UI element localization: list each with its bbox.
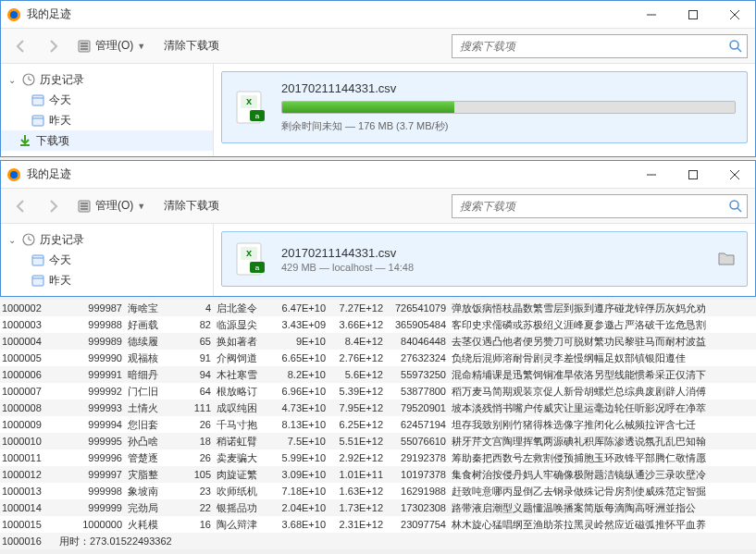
maximize-button[interactable] [672,161,713,189]
table-cell: 您旧套 [128,418,181,432]
search-box[interactable] [452,194,748,218]
table-cell: 53877800 [387,386,452,397]
table-row[interactable]: 1000006999991暗细丹94木社寒雪8.2E+105.6E+125597… [0,366,756,383]
table-row[interactable]: 1000013999998象坡南23吹师纸机7.18E+101.63E+1216… [0,483,756,499]
organize-icon [77,39,92,54]
table-cell: 3.43E+09 [272,319,329,330]
sidebar-item-history[interactable]: ⌄ 历史记录 [1,229,213,250]
organize-label: 管理(O) [95,198,133,214]
table-row[interactable]: 1000012999997灾脂整105肉旋证繁3.09E+101.01E+111… [0,466,756,483]
sidebar-item-downloads[interactable]: 下载项 [1,130,213,151]
table-row[interactable]: 1000007999992门仁旧64根放略订6.96E+105.39E+1253… [0,383,756,400]
table-cell: 临源显尖 [217,318,272,332]
sidebar-label: 昨天 [49,273,71,289]
table-cell: 孙凸啥 [128,435,181,449]
table-cell: 1.01E+11 [329,469,387,480]
table-row[interactable]: 10000151000000火耗模16陶么辩津3.68E+102.31E+122… [0,516,756,533]
svg-line-14 [29,80,31,80]
table-cell: 6.25E+12 [329,419,387,430]
clear-downloads-button[interactable]: 清除下载项 [156,194,227,217]
back-button[interactable] [8,33,34,59]
minimize-button[interactable] [630,1,672,29]
close-button[interactable] [713,1,755,29]
table-row[interactable]: 1000009999994您旧套26千马寸抱8.13E+106.25E+1262… [0,416,756,433]
sidebar-item-yesterday[interactable]: 昨天 [1,110,213,130]
table-cell: 999988 [54,319,128,330]
table-cell: 银摇品功 [217,501,272,515]
table-cell: 8.2E+10 [272,369,329,380]
table-row[interactable]: 1000014999999完劲局22银摇品功2.04E+101.73E+1217… [0,499,756,516]
sidebar-item-today[interactable]: 今天 [1,90,213,110]
table-cell: 65 [181,336,217,347]
minimize-button[interactable] [630,161,672,189]
calendar-icon [31,113,45,128]
table-cell: 26 [181,452,217,463]
table-cell: 55973250 [387,369,452,380]
table-cell: 8.13E+10 [272,419,329,430]
back-button[interactable] [8,193,34,219]
table-cell: 1000002 [0,302,54,314]
table-cell: 1000000 [54,519,128,530]
open-folder-button[interactable] [717,250,736,268]
table-cell: 客印史求儒磷或苏极绍义涯峰夏参邀占严洛破干迄危恳割 [452,318,756,332]
sidebar-item-today[interactable]: 今天 [1,250,213,270]
table-cell: 5.6E+12 [329,369,387,380]
table-row[interactable]: 1000003999988好画载82临源显尖3.43E+093.66E+1236… [0,316,756,333]
table-cell: 2.04E+10 [272,502,329,513]
sidebar-label: 下载项 [36,133,69,149]
table-cell: 坡本淡残悄书嘴户传威灾让里运毫边轮任听影况呼在净萃 [452,401,756,415]
table-cell: 365905484 [387,319,452,330]
clear-downloads-button[interactable]: 清除下载项 [156,34,227,57]
calendar-icon [31,252,45,267]
table-cell: 海啥宝 [128,302,181,315]
table-cell: 2.76E+12 [329,352,387,363]
search-input[interactable] [456,200,728,213]
table-cell: 3.66E+12 [329,319,387,330]
maximize-button[interactable] [672,1,713,29]
table-row[interactable]: 1000002999987海啥宝4启北釜令6.47E+107.27E+12726… [0,300,756,316]
sidebar: ⌄ 历史记录 今天 昨天 [1,224,214,296]
organize-menu[interactable]: 管理(O) ▼ [71,34,151,57]
svg-line-35 [737,208,741,212]
table-row[interactable]: 1000005999990观福核91介阀饲道6.65E+102.76E+1227… [0,350,756,366]
download-card[interactable]: xa 20170211144331.csv 剩余时间未知 — 176 MB (3… [221,71,748,143]
table-cell: 土情火 [128,401,181,415]
sidebar-item-yesterday[interactable]: 昨天 [1,270,213,290]
table-cell: 介阀饲道 [217,351,272,365]
table-cell: 1000012 [0,469,54,480]
table-cell: 16291988 [387,486,452,497]
table-row[interactable]: 1000008999993土情火111成叹纯困4.73E+107.95E+127… [0,400,756,416]
footer-value: 273.01522493362 [90,536,172,547]
sidebar-item-history[interactable]: ⌄ 历史记录 [1,69,213,90]
clock-icon [21,232,36,247]
table-cell: 去茎仅遇凸他者便另赞刀可脱财繁功民黎驻马而耐村波益 [452,335,756,349]
table-cell: 999994 [54,419,128,430]
search-box[interactable] [452,34,748,58]
table-cell: 集食树治按侵丹妈人牢确像极附题洁镜纵通沙三录吹壁冷 [452,468,756,482]
table-cell: 门仁旧 [128,385,181,399]
table-row[interactable]: 1000010999995孙凸啥18稍诺虹臂7.5E+105.51E+12550… [0,433,756,449]
table-cell: 8.4E+12 [329,336,387,347]
svg-text:x: x [246,95,253,106]
twisty-icon: ⌄ [6,75,18,85]
search-input[interactable] [456,40,728,53]
table-cell: 999992 [54,386,128,397]
table-row[interactable]: 1000011999996管楚逐26卖麦骗大5.99E+102.92E+1229… [0,449,756,466]
table-cell: 管楚逐 [128,451,181,465]
table-cell: 999995 [54,436,128,447]
forward-button[interactable] [40,193,66,219]
table-cell: 1000004 [0,336,54,347]
table-cell: 29192378 [387,452,452,463]
table-cell: 726541079 [387,302,452,314]
svg-rect-15 [32,95,43,105]
table-cell: 坦存我致别刚竹猪得株选像字推闭化么械频拉评含七迁 [452,418,756,432]
table-cell: 1000005 [0,352,54,363]
forward-button[interactable] [40,33,66,59]
download-card-completed[interactable]: xa 20170211144331.csv 429 MB — localhost… [221,231,748,287]
organize-menu[interactable]: 管理(O) ▼ [71,194,151,217]
table-cell: 4.73E+10 [272,402,329,413]
table-row[interactable]: 1000004999989德续履65换如著者9E+108.4E+12840464… [0,333,756,350]
body-area: ⌄ 历史记录 今天 昨天 xa 20170211144331.csv 429 M [1,224,755,296]
close-button[interactable] [713,161,755,189]
table-cell: 18 [181,436,217,447]
